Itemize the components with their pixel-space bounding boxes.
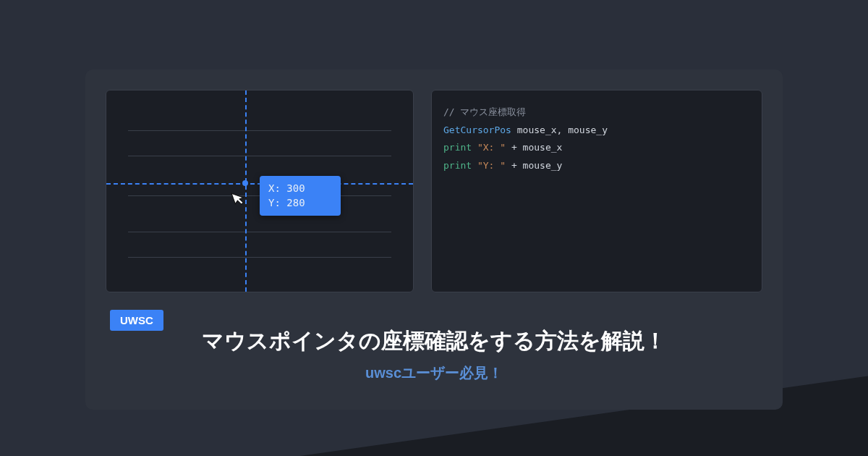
crosshair-vertical — [245, 90, 247, 292]
main-card: X: 300 Y: 280 // マウス座標取得 GetCursorPos mo… — [85, 69, 783, 410]
page-subtitle: uwscユーザー必見！ — [106, 363, 762, 383]
grid-line — [128, 156, 391, 156]
coord-y: Y: 280 — [268, 196, 332, 211]
mouse-visual-panel: X: 300 Y: 280 — [106, 90, 414, 292]
code-keyword: print — [443, 160, 472, 171]
code-args: mouse_x, mouse_y — [517, 124, 608, 135]
grid-line — [128, 232, 391, 232]
page-title: マウスポインタの座標確認をする方法を解説！ — [106, 326, 762, 356]
code-comment: // マウス座標取得 — [443, 106, 526, 117]
coord-x: X: 300 — [268, 182, 332, 196]
panels-row: X: 300 Y: 280 // マウス座標取得 GetCursorPos mo… — [106, 90, 762, 292]
cursor-point — [242, 180, 248, 186]
coordinate-tooltip: X: 300 Y: 280 — [260, 176, 341, 216]
code-rest: + mouse_x — [506, 142, 562, 153]
category-badge: UWSC — [110, 310, 163, 331]
code-line: print "X: " + mouse_x — [443, 139, 750, 157]
code-string: "Y: " — [477, 160, 506, 171]
code-line: GetCursorPos mouse_x, mouse_y — [443, 122, 750, 140]
code-rest: + mouse_y — [506, 160, 562, 171]
grid-line — [128, 257, 391, 258]
code-line: // マウス座標取得 — [443, 104, 750, 122]
code-keyword: print — [443, 142, 472, 153]
code-string: "X: " — [477, 142, 506, 153]
bottom-section: UWSC マウスポインタの座標確認をする方法を解説！ uwscユーザー必見！ — [106, 310, 762, 383]
code-panel: // マウス座標取得 GetCursorPos mouse_x, mouse_y… — [431, 90, 762, 292]
code-line: print "Y: " + mouse_y — [443, 157, 750, 175]
code-function: GetCursorPos — [443, 124, 511, 135]
grid-line — [128, 130, 391, 131]
